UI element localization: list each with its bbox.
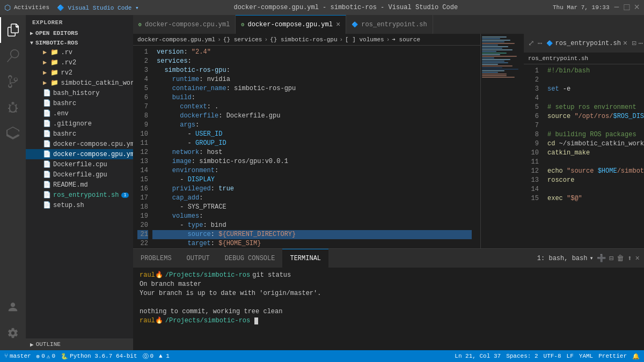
breadcrumb-services: {} services <box>223 36 262 43</box>
folder-rv-label: .rv <box>61 49 72 56</box>
tab-docker-gpu-label: docker-compose.gpu.yml <box>248 21 333 28</box>
tab-docker-cpu[interactable]: ⚙ docker-compose.cpu.yml <box>133 15 236 34</box>
tab-docker-cpu-icon: ⚙ <box>138 21 142 28</box>
folder-rv2-2[interactable]: ▶ 📁 rv2 <box>26 68 133 78</box>
panel-controls: 1: bash, bash ▾ ➕ ⊟ 🗑 ⬆ × <box>533 249 644 268</box>
file-docker-gpu[interactable]: 📄 docker-compose.gpu.yml <box>26 149 133 159</box>
term-path-2: /Projects/simbotic-ros <box>165 316 250 326</box>
file-dockerfile-cpu-label: Dockerfile.cpu <box>53 161 107 168</box>
status-python[interactable]: 🐍 Python 3.6.7 64-bit <box>61 353 137 360</box>
file-docker-cpu[interactable]: 📄 docker-compose.cpu.yml <box>26 139 133 149</box>
settings-activity-icon[interactable] <box>0 320 26 346</box>
file-bashrc-1[interactable]: 📄 bashrc <box>26 98 133 108</box>
left-code-content[interactable]: version: "2.4" services: simbotic-ros-gp… <box>152 46 480 248</box>
bash-chevron: ▾ <box>589 254 593 262</box>
status-language[interactable]: YAML <box>579 353 593 359</box>
open-editors-label: OPEN EDITORS <box>35 30 78 36</box>
folder-rv2-label: .rv2 <box>61 59 76 67</box>
panel-tab-output[interactable]: OUTPUT <box>179 249 217 268</box>
close-icon[interactable]: × <box>634 2 640 13</box>
tab-docker-gpu[interactable]: ⚙ docker-compose.gpu.yml × <box>236 15 346 34</box>
file-dockerfile-gpu[interactable]: 📄 Dockerfile.gpu <box>26 169 133 180</box>
terminal-line-blank <box>140 298 638 307</box>
outline-bar[interactable]: ▶ OUTLINE <box>26 338 133 350</box>
status-eol[interactable]: LF <box>567 353 574 359</box>
right-editor-toolbar: ⤢ ⋯ 🔷 ros_entrypoint.sh × ⊡ ⋯ <box>524 34 644 53</box>
tab-ros-entrypoint[interactable]: 🔷 ros_entrypoint.sh <box>346 15 433 34</box>
project-section[interactable]: ▼ SIMBOTIC-ROS <box>26 38 133 47</box>
search-activity-icon[interactable] <box>0 43 26 69</box>
panel-tab-problems-label: PROBLEMS <box>141 255 172 262</box>
bash-label: 1: bash, bash <box>537 255 588 262</box>
file-setup-icon: 📄 <box>43 201 51 209</box>
new-terminal-icon[interactable]: ➕ <box>597 254 606 263</box>
right-code-content[interactable]: #!/bin/bash set -e # setup ros environme… <box>543 64 644 248</box>
file-gitignore[interactable]: 📄 .gitignore <box>26 119 133 129</box>
file-setup[interactable]: 📄 setup.sh <box>26 200 133 210</box>
term-prompt-2: raul🔥 <box>140 316 163 326</box>
file-bash-history[interactable]: 📄 bash_history <box>26 88 133 98</box>
vscode-icon: ⬡ <box>4 3 11 12</box>
minimize-icon[interactable]: − <box>614 2 620 13</box>
activity-bar <box>0 15 26 350</box>
terminal-line-5: raul🔥/Projects/simbotic-ros <box>140 316 638 326</box>
status-notifications[interactable]: 🔔 <box>632 353 640 360</box>
accounts-activity-icon[interactable] <box>0 294 26 320</box>
extensions-activity-icon[interactable] <box>0 120 26 146</box>
source-control-activity-icon[interactable] <box>0 69 26 94</box>
bash-selector[interactable]: 1: bash, bash ▾ <box>537 254 594 262</box>
status-errors[interactable]: ⊗ 0 ⚠ 0 <box>36 353 55 360</box>
open-editors-section[interactable]: ▶ OPEN EDITORS <box>26 28 133 38</box>
file-ros-entrypoint[interactable]: 📄 ros_entrypoint.sh 1 <box>26 190 133 200</box>
right-breadcrumb-file: ros_entrypoint.sh <box>528 55 588 62</box>
panel-tab-debug-console[interactable]: DEBUG CONSOLE <box>217 249 283 268</box>
terminal-line-3: Your branch is up to date with 'origin/m… <box>140 289 638 298</box>
right-code-editor[interactable]: 12345 678910 1112131415 #!/bin/bash set … <box>524 64 644 248</box>
maximize-panel-icon[interactable]: ⬆ <box>627 254 632 263</box>
files-activity-icon[interactable] <box>0 17 26 43</box>
folder-rv[interactable]: ▶ 📁 .rv <box>26 47 133 57</box>
folder-catkin[interactable]: ▶ 📁 simbotic_catkin_workspace <box>26 78 133 88</box>
maximize-icon[interactable]: □ <box>624 2 630 13</box>
status-warning2[interactable]: ▲ 1 <box>159 353 170 359</box>
kill-terminal-icon[interactable]: 🗑 <box>617 254 624 263</box>
file-env[interactable]: 📄 .env <box>26 108 133 119</box>
tab-docker-gpu-close[interactable]: × <box>336 20 340 29</box>
file-bashrc-2[interactable]: 📄 bashrc <box>26 129 133 139</box>
status-encoding[interactable]: UTF-8 <box>544 353 561 359</box>
warning-icon: ⚠ <box>47 353 50 360</box>
status-ln-col[interactable]: Ln 21, Col 37 <box>455 353 501 359</box>
encoding-label: UTF-8 <box>544 353 561 359</box>
breadcrumb-volumes: [ ] volumes <box>345 36 384 43</box>
outline-label: OUTLINE <box>36 341 61 348</box>
project-chevron: ▼ <box>30 40 33 46</box>
menu-file[interactable]: Activities <box>14 4 49 11</box>
split-editor-icon[interactable]: ⤢ <box>528 39 535 48</box>
panel-tab-debug-label: DEBUG CONSOLE <box>225 255 275 262</box>
error-icon: ⊗ <box>36 353 40 360</box>
folder-rv2-2-label: rv2 <box>61 69 72 77</box>
git-branch-label: master <box>10 353 31 359</box>
split-right-icon[interactable]: ⊡ <box>632 39 636 48</box>
status-info[interactable]: ⓪ 0 <box>143 352 154 360</box>
status-spaces[interactable]: Spaces: 2 <box>506 353 538 359</box>
file-docker-cpu-icon: 📄 <box>43 140 51 148</box>
status-formatter[interactable]: Prettier <box>598 353 627 359</box>
minimap <box>481 34 524 248</box>
debug-activity-icon[interactable] <box>0 94 26 120</box>
more-actions-icon[interactable]: ⋯ <box>538 39 542 48</box>
panel-tab-problems[interactable]: PROBLEMS <box>133 249 179 268</box>
file-dockerfile-cpu[interactable]: 📄 Dockerfile.cpu <box>26 159 133 169</box>
close-panel-icon[interactable]: × <box>635 254 640 263</box>
sidebar-header: Explorer <box>26 15 133 28</box>
status-git-branch[interactable]: ⑂ master <box>4 353 31 359</box>
more-right-icon[interactable]: ⋯ <box>639 39 643 48</box>
terminal-line-4: nothing to commit, working tree clean <box>140 307 638 316</box>
file-readme[interactable]: 📄 README.md <box>26 180 133 190</box>
terminal-content[interactable]: raul🔥/Projects/simbotic-ros git status O… <box>133 268 644 350</box>
left-code-editor[interactable]: 12345 678910 1112131415 1617181920 21222… <box>133 46 480 248</box>
panel-tab-terminal[interactable]: TERMINAL <box>282 249 328 268</box>
folder-rv2[interactable]: ▶ 📁 .rv2 <box>26 57 133 68</box>
right-editor-close[interactable]: × <box>623 39 627 48</box>
split-terminal-icon[interactable]: ⊟ <box>609 254 613 263</box>
